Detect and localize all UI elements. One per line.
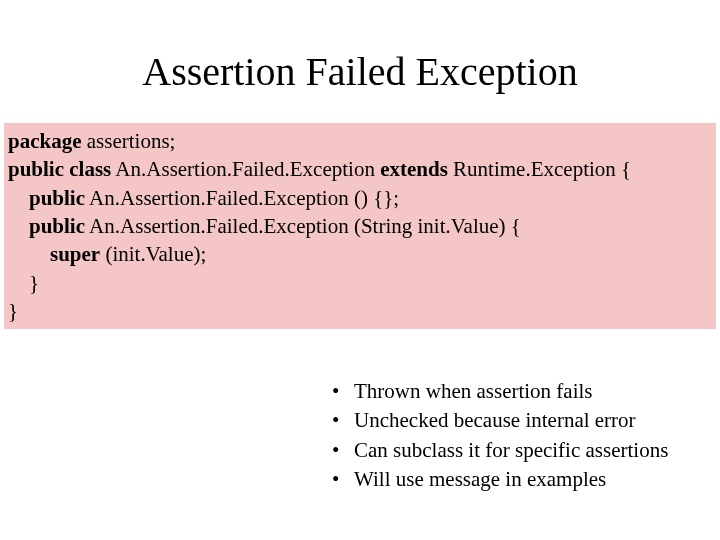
bullet-list: Thrown when assertion fails Unchecked be…: [332, 378, 696, 495]
code-line-2: public class An.Assertion.Failed.Excepti…: [8, 155, 712, 183]
code-indent: [8, 242, 50, 266]
list-item: Can subclass it for specific assertions: [332, 437, 696, 464]
list-item: Unchecked because internal error: [332, 407, 696, 434]
keyword-extends: extends: [380, 157, 448, 181]
code-line-5: super (init.Value);: [8, 240, 712, 268]
keyword-public: public: [29, 214, 85, 238]
code-line-3: public An.Assertion.Failed.Exception () …: [8, 184, 712, 212]
keyword-public: public: [29, 186, 85, 210]
list-item: Thrown when assertion fails: [332, 378, 696, 405]
list-item: Will use message in examples: [332, 466, 696, 493]
keyword-public-class: public class: [8, 157, 111, 181]
slide-title: Assertion Failed Exception: [0, 0, 720, 123]
code-line-1: package assertions;: [8, 127, 712, 155]
code-text: (init.Value);: [100, 242, 206, 266]
keyword-super: super: [50, 242, 100, 266]
code-text: An.Assertion.Failed.Exception: [111, 157, 380, 181]
keyword-package: package: [8, 129, 82, 153]
code-line-4: public An.Assertion.Failed.Exception (St…: [8, 212, 712, 240]
code-line-6: }: [8, 269, 712, 297]
code-line-7: }: [8, 297, 712, 325]
code-text: Runtime.Exception {: [448, 157, 631, 181]
code-text: An.Assertion.Failed.Exception () {};: [85, 186, 399, 210]
code-indent: [8, 214, 29, 238]
code-text: An.Assertion.Failed.Exception (String in…: [85, 214, 521, 238]
code-indent: [8, 186, 29, 210]
slide: Assertion Failed Exception package asser…: [0, 0, 720, 540]
code-text: assertions;: [82, 129, 176, 153]
code-block: package assertions; public class An.Asse…: [4, 123, 716, 329]
